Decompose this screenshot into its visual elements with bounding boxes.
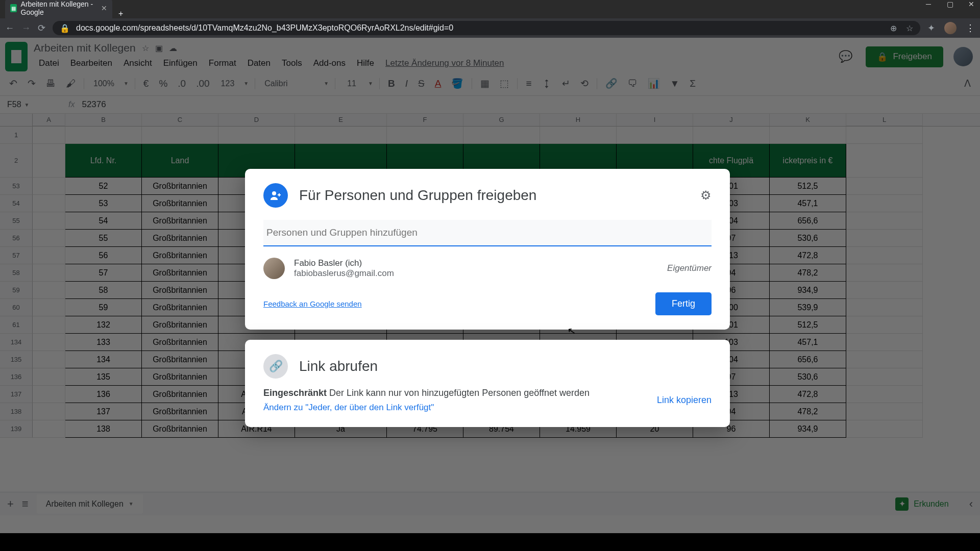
svg-point-0: [272, 191, 276, 195]
close-tab-icon[interactable]: ✕: [101, 4, 107, 12]
link-restriction-text: Eingeschränkt Der Link kann nur von hinz…: [263, 388, 590, 398]
zoom-icon[interactable]: ⊕: [890, 23, 897, 33]
add-people-input[interactable]: [266, 227, 708, 238]
url-text: docs.google.com/spreadsheets/d/10TVamqMz…: [76, 23, 453, 33]
forward-icon[interactable]: →: [21, 23, 31, 34]
bottom-bar: [0, 533, 980, 551]
sheets-favicon: ▦: [10, 4, 17, 12]
lock-icon: 🔒: [60, 23, 70, 33]
owner-avatar: [263, 258, 285, 279]
owner-role: Eigentümer: [667, 263, 712, 273]
tab-title: Arbeiten mit Kollegen - Google: [21, 0, 97, 16]
change-link-access[interactable]: Ändern zu "Jeder, der über den Link verf…: [263, 403, 657, 413]
owner-name: Fabio Basler (ich): [294, 258, 394, 268]
star-icon[interactable]: ☆: [906, 23, 913, 33]
reload-icon[interactable]: ⟳: [38, 22, 45, 34]
close-window-button[interactable]: ✕: [967, 0, 976, 8]
url-bar[interactable]: 🔒 docs.google.com/spreadsheets/d/10TVamq…: [53, 21, 920, 35]
share-dialog: Für Personen und Gruppen freigeben ⚙ Fab…: [245, 169, 730, 330]
done-button[interactable]: Fertig: [655, 292, 712, 315]
back-icon[interactable]: ←: [5, 23, 14, 34]
link-dialog-title: Link abrufen: [299, 358, 712, 374]
minimize-button[interactable]: ─: [924, 0, 933, 8]
maximize-button[interactable]: ▢: [945, 0, 954, 8]
browser-tab[interactable]: ▦ Arbeiten mit Kollegen - Google ✕: [5, 0, 112, 18]
chrome-profile-avatar[interactable]: [944, 22, 957, 34]
chrome-menu-icon[interactable]: ⋮: [966, 22, 975, 34]
feedback-link[interactable]: Feedback an Google senden: [263, 299, 362, 308]
share-dialog-title: Für Personen und Gruppen freigeben: [299, 187, 689, 204]
add-people-input-wrapper: [263, 220, 712, 246]
link-dialog: 🔗 Link abrufen Eingeschränkt Der Link ka…: [245, 340, 730, 427]
owner-email: fabiobaslerus@gmail.com: [294, 268, 394, 279]
copy-link-button[interactable]: Link kopieren: [657, 395, 712, 406]
link-icon: 🔗: [263, 354, 288, 379]
extensions-icon[interactable]: ✦: [927, 22, 935, 34]
person-add-icon: [263, 183, 288, 208]
new-tab-button[interactable]: +: [112, 9, 129, 18]
gear-icon[interactable]: ⚙: [700, 188, 712, 203]
